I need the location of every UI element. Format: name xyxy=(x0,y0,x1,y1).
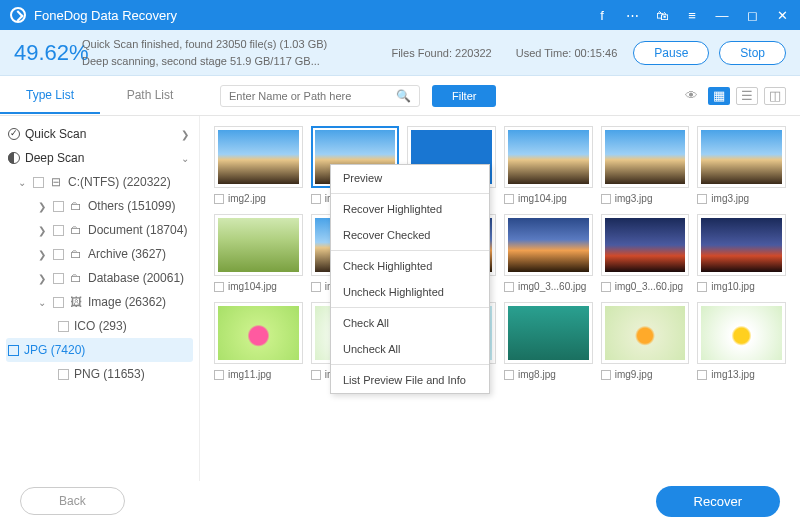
checkbox[interactable] xyxy=(53,273,64,284)
filename: img9.jpg xyxy=(615,369,653,380)
checkbox[interactable] xyxy=(697,194,707,204)
tree-archive[interactable]: ❯ 🗀 Archive (3627) xyxy=(0,242,199,266)
checkbox[interactable] xyxy=(601,282,611,292)
thumbnail-image[interactable] xyxy=(504,214,593,276)
stop-button[interactable]: Stop xyxy=(719,41,786,65)
minimize-icon[interactable]: — xyxy=(714,8,730,23)
tree-ico[interactable]: ICO (293) xyxy=(0,314,199,338)
list-view-icon[interactable]: ☰ xyxy=(736,87,758,105)
thumbnail-image[interactable] xyxy=(697,302,786,364)
tree-drive[interactable]: ⌄ ⊟ C:(NTFS) (220322) xyxy=(0,170,199,194)
thumbnail[interactable]: img9.jpg xyxy=(601,302,690,380)
checkbox[interactable] xyxy=(601,194,611,204)
checkbox[interactable] xyxy=(504,370,514,380)
chevron-down-icon[interactable]: ⌄ xyxy=(181,153,191,164)
back-button[interactable]: Back xyxy=(20,487,125,515)
menu-preview[interactable]: Preview xyxy=(331,165,489,191)
thumbnail[interactable]: img0_3...60.jpg xyxy=(504,214,593,292)
menu-list-preview[interactable]: List Preview File and Info xyxy=(331,367,489,393)
tree-quick-scan[interactable]: Quick Scan ❯ xyxy=(0,122,199,146)
thumbnail-image[interactable] xyxy=(697,214,786,276)
grid-view-icon[interactable]: ▦ xyxy=(708,87,730,105)
search-box[interactable]: 🔍 xyxy=(220,85,420,107)
checkbox[interactable] xyxy=(8,345,19,356)
checkbox[interactable] xyxy=(697,370,707,380)
detail-view-icon[interactable]: ◫ xyxy=(764,87,786,105)
tree-jpg[interactable]: JPG (7420) xyxy=(6,338,193,362)
thumbnail[interactable]: img10.jpg xyxy=(697,214,786,292)
store-icon[interactable]: 🛍 xyxy=(654,8,670,23)
thumbnail[interactable]: img13.jpg xyxy=(697,302,786,380)
thumbnail-image[interactable] xyxy=(504,302,593,364)
checkbox[interactable] xyxy=(601,370,611,380)
thumbnail-image[interactable] xyxy=(214,126,303,188)
checkbox[interactable] xyxy=(214,370,224,380)
thumbnail[interactable]: img3.jpg xyxy=(697,126,786,204)
checkbox[interactable] xyxy=(58,321,69,332)
facebook-icon[interactable]: f xyxy=(594,8,610,23)
tree-document[interactable]: ❯ 🗀 Document (18704) xyxy=(0,218,199,242)
thumbnail-image[interactable] xyxy=(601,302,690,364)
checkbox[interactable] xyxy=(214,194,224,204)
menu-icon[interactable]: ≡ xyxy=(684,8,700,23)
checkbox[interactable] xyxy=(311,282,321,292)
search-icon[interactable]: 🔍 xyxy=(396,89,411,103)
tree-png[interactable]: PNG (11653) xyxy=(0,362,199,386)
checkbox[interactable] xyxy=(311,194,321,204)
thumbnail[interactable]: img2.jpg xyxy=(214,126,303,204)
tab-type-list[interactable]: Type List xyxy=(0,78,100,114)
menu-recover-checked[interactable]: Recover Checked xyxy=(331,222,489,248)
thumbnail-image[interactable] xyxy=(697,126,786,188)
thumbnail-image[interactable] xyxy=(601,126,690,188)
chevron-right-icon[interactable]: ❯ xyxy=(38,273,48,284)
tree-image[interactable]: ⌄ 🖼 Image (26362) xyxy=(0,290,199,314)
menu-uncheck-highlighted[interactable]: Uncheck Highlighted xyxy=(331,279,489,305)
checkbox[interactable] xyxy=(33,177,44,188)
tree-others[interactable]: ❯ 🗀 Others (151099) xyxy=(0,194,199,218)
chevron-down-icon[interactable]: ⌄ xyxy=(18,177,28,188)
thumbnail-image[interactable] xyxy=(601,214,690,276)
filter-button[interactable]: Filter xyxy=(432,85,496,107)
checkbox[interactable] xyxy=(53,225,64,236)
chevron-right-icon[interactable]: ❯ xyxy=(38,225,48,236)
eye-icon[interactable]: 👁 xyxy=(680,87,702,105)
checkbox[interactable] xyxy=(697,282,707,292)
menu-check-highlighted[interactable]: Check Highlighted xyxy=(331,253,489,279)
thumbnail[interactable]: img3.jpg xyxy=(601,126,690,204)
menu-uncheck-all[interactable]: Uncheck All xyxy=(331,336,489,362)
tree-database[interactable]: ❯ 🗀 Database (20061) xyxy=(0,266,199,290)
close-icon[interactable]: ✕ xyxy=(774,8,790,23)
thumbnail[interactable]: img104.jpg xyxy=(214,214,303,292)
checkbox[interactable] xyxy=(311,370,321,380)
thumbnail-image[interactable] xyxy=(214,302,303,364)
checkbox[interactable] xyxy=(53,201,64,212)
checkbox[interactable] xyxy=(58,369,69,380)
filename: img2.jpg xyxy=(228,193,266,204)
thumbnail-image[interactable] xyxy=(504,126,593,188)
pause-button[interactable]: Pause xyxy=(633,41,709,65)
checkbox[interactable] xyxy=(53,249,64,260)
progress-circle-icon xyxy=(8,152,20,164)
chevron-down-icon[interactable]: ⌄ xyxy=(38,297,48,308)
checkbox[interactable] xyxy=(214,282,224,292)
chevron-right-icon[interactable]: ❯ xyxy=(38,201,48,212)
chevron-right-icon[interactable]: ❯ xyxy=(181,129,191,140)
checkbox[interactable] xyxy=(504,194,514,204)
menu-recover-highlighted[interactable]: Recover Highlighted xyxy=(331,196,489,222)
tab-path-list[interactable]: Path List xyxy=(100,78,200,114)
thumbnail-image[interactable] xyxy=(214,214,303,276)
sidebar-tree[interactable]: Quick Scan ❯ Deep Scan ⌄ ⌄ ⊟ C:(NTFS) (2… xyxy=(0,116,200,481)
chevron-right-icon[interactable]: ❯ xyxy=(38,249,48,260)
thumbnail[interactable]: img11.jpg xyxy=(214,302,303,380)
feedback-icon[interactable]: ⋯ xyxy=(624,8,640,23)
thumbnail[interactable]: img0_3...60.jpg xyxy=(601,214,690,292)
thumbnail[interactable]: img104.jpg xyxy=(504,126,593,204)
checkbox[interactable] xyxy=(53,297,64,308)
search-input[interactable] xyxy=(229,90,389,102)
recover-button[interactable]: Recover xyxy=(656,486,780,517)
maximize-icon[interactable]: ◻ xyxy=(744,8,760,23)
menu-check-all[interactable]: Check All xyxy=(331,310,489,336)
tree-deep-scan[interactable]: Deep Scan ⌄ xyxy=(0,146,199,170)
thumbnail[interactable]: img8.jpg xyxy=(504,302,593,380)
checkbox[interactable] xyxy=(504,282,514,292)
